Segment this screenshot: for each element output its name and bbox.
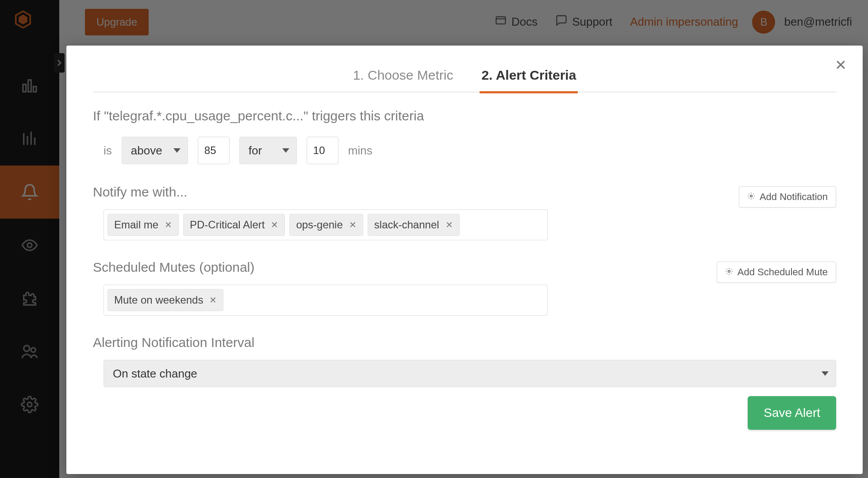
word-mins: mins [348,144,373,158]
chip-slack[interactable]: slack-channel✕ [368,214,460,236]
remove-icon[interactable]: ✕ [209,295,217,305]
svg-point-15 [750,195,753,197]
gear-icon [747,191,755,203]
close-button[interactable]: ✕ [835,58,847,72]
chevron-down-icon [282,148,289,153]
mute-chips[interactable]: Mute on weekends✕ [104,285,548,316]
chip-label: slack-channel [374,219,439,231]
remove-icon[interactable]: ✕ [165,220,172,230]
remove-icon[interactable]: ✕ [446,220,453,230]
chip-pd-critical[interactable]: PD-Critical Alert✕ [183,214,285,236]
mutes-heading: Scheduled Mutes (optional) [93,260,254,275]
add-notification-label: Add Notification [760,191,828,203]
duration-mode-value: for [249,144,262,158]
svg-point-16 [728,270,730,273]
chip-email-me[interactable]: Email me✕ [108,214,179,236]
chip-label: ops-genie [296,219,342,231]
chip-label: Email me [114,219,158,231]
gear-icon [725,266,733,278]
comparator-select[interactable]: above [122,137,188,164]
chip-ops-genie[interactable]: ops-genie✕ [289,214,363,236]
threshold-input[interactable] [198,137,230,164]
add-scheduled-mute-button[interactable]: Add Scheduled Mute [717,262,836,283]
chevron-down-icon [822,371,829,376]
add-notification-button[interactable]: Add Notification [739,186,836,208]
close-icon: ✕ [835,57,847,73]
remove-icon[interactable]: ✕ [271,220,278,230]
notify-heading: Notify me with... [93,185,187,200]
modal-tabs: 1. Choose Metric 2. Alert Criteria [93,67,836,93]
add-scheduled-mute-label: Add Scheduled Mute [737,266,828,278]
chip-mute-weekends[interactable]: Mute on weekends✕ [108,289,223,311]
save-alert-button[interactable]: Save Alert [748,396,836,430]
interval-heading: Alerting Notification Interval [93,335,836,350]
criteria-sentence: If "telegraf.*.cpu_usage_percent.c..." t… [93,108,836,123]
tab-choose-metric[interactable]: 1. Choose Metric [351,68,455,93]
duration-input[interactable] [307,137,338,164]
alert-criteria-modal: ✕ 1. Choose Metric 2. Alert Criteria If … [66,46,863,474]
comparator-value: above [131,144,162,158]
interval-value: On state change [113,367,197,381]
chevron-down-icon [173,148,181,153]
duration-mode-select[interactable]: for [239,137,297,164]
interval-select[interactable]: On state change [104,360,836,387]
chip-label: PD-Critical Alert [190,219,265,231]
remove-icon[interactable]: ✕ [349,220,357,230]
chip-label: Mute on weekends [114,294,203,306]
tab-alert-criteria[interactable]: 2. Alert Criteria [480,68,578,93]
word-is: is [104,144,112,158]
notification-chips[interactable]: Email me✕ PD-Critical Alert✕ ops-genie✕ … [104,209,548,240]
